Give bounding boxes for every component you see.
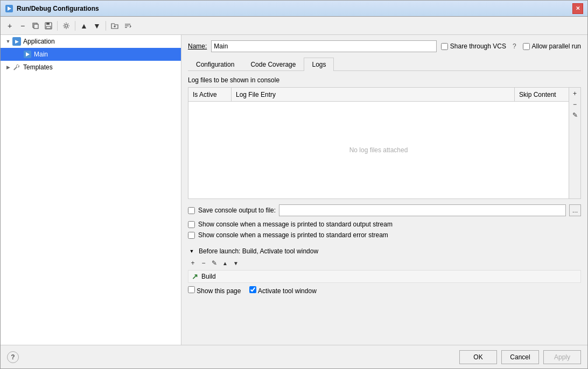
tab-configuration[interactable]: Configuration — [188, 58, 242, 71]
show-output-label: Show console when a message is printed t… — [198, 221, 393, 228]
before-edit-btn[interactable]: ✎ — [209, 258, 219, 268]
expand-application-icon: ▼ — [4, 37, 12, 46]
settings-button[interactable] — [60, 20, 72, 32]
right-panel: Name: Share through VCS ? Allow parallel… — [181, 35, 587, 345]
sort-button[interactable] — [122, 20, 134, 32]
cancel-button[interactable]: Cancel — [501, 350, 539, 364]
apply-button[interactable]: Apply — [543, 350, 581, 364]
tree-item-application[interactable]: ▼ ▶ Application — [1, 35, 181, 48]
name-label: Name: — [188, 42, 207, 50]
toolbar-separator-3 — [106, 21, 106, 31]
parallel-run-label: Allow parallel run — [532, 42, 581, 50]
build-label: Build — [201, 273, 216, 280]
before-add-btn[interactable]: + — [188, 258, 198, 268]
add-config-button[interactable]: + — [4, 20, 16, 32]
help-icon-share: ? — [513, 42, 516, 50]
edit-log-button[interactable]: ✎ — [570, 110, 580, 120]
before-launch-collapse-btn[interactable]: ▼ — [188, 247, 195, 255]
log-section-label: Log files to be shown in console — [188, 76, 581, 84]
copy-config-button[interactable] — [30, 20, 41, 32]
tab-code-coverage[interactable]: Code Coverage — [242, 58, 304, 71]
move-down-button[interactable]: ▼ — [91, 20, 103, 32]
build-item: ↗ Build — [188, 270, 581, 283]
show-output-row: Show console when a message is printed t… — [188, 221, 581, 228]
tree-label-application: Application — [23, 38, 55, 45]
svg-rect-5 — [46, 23, 50, 25]
ok-button[interactable]: OK — [459, 350, 497, 364]
before-remove-btn[interactable]: − — [199, 258, 208, 268]
share-vcs-label: Share through VCS — [450, 42, 506, 50]
log-table-body: No log files attached — [188, 102, 569, 198]
activate-tool-label: Activate tool window — [258, 287, 317, 295]
browse-button[interactable]: … — [569, 204, 581, 216]
tree-item-main[interactable]: Main — [1, 48, 181, 61]
remove-config-button[interactable]: − — [17, 20, 29, 32]
footer-left: ? — [7, 351, 19, 363]
parallel-run-option[interactable]: Allow parallel run — [523, 42, 581, 50]
before-launch-label: Before launch: Build, Activate tool wind… — [199, 247, 318, 255]
share-vcs-option[interactable]: Share through VCS — [441, 42, 506, 50]
svg-rect-6 — [46, 26, 51, 29]
empty-message: No log files attached — [349, 146, 408, 154]
svg-rect-3 — [34, 24, 38, 29]
content-area: ▼ ▶ Application Main ▶ Template — [1, 35, 587, 345]
show-page-option[interactable]: Show this page — [188, 286, 241, 295]
save-config-button[interactable] — [43, 20, 54, 32]
log-table-header: Is Active Log File Entry Skip Content — [188, 88, 569, 102]
save-console-row: Save console output to file: … — [188, 204, 581, 216]
move-up-button[interactable]: ▲ — [78, 20, 90, 32]
save-console-input[interactable] — [279, 204, 566, 216]
show-page-label: Show this page — [197, 287, 241, 295]
toolbar-separator-1 — [57, 21, 58, 31]
dialog-footer: ? OK Cancel Apply — [1, 345, 587, 368]
activate-tool-option[interactable]: Activate tool window — [249, 286, 316, 295]
dialog-window: Run/Debug Configurations ✕ + − ▲ ▼ — [0, 0, 588, 369]
add-log-button[interactable]: + — [570, 89, 580, 98]
log-table-container: Is Active Log File Entry Skip Content No… — [188, 87, 581, 199]
close-button[interactable]: ✕ — [572, 3, 583, 14]
tree-label-templates: Templates — [23, 63, 53, 71]
build-icon: ↗ — [192, 272, 198, 281]
wrench-icon — [12, 63, 21, 72]
before-launch-toolbar: + − ✎ ▲ ▼ — [188, 258, 581, 268]
col-log-file-entry: Log File Entry — [232, 88, 515, 101]
before-up-btn[interactable]: ▲ — [220, 258, 230, 268]
tree-label-main: Main — [34, 51, 48, 58]
show-output-checkbox[interactable] — [188, 221, 195, 228]
log-side-buttons: + − ✎ — [569, 88, 580, 198]
tree-panel: ▼ ▶ Application Main ▶ Template — [1, 35, 181, 345]
title-bar-text: Run/Debug Configurations — [17, 5, 572, 12]
share-options: Share through VCS ? Allow parallel run — [441, 42, 581, 50]
tab-logs[interactable]: Logs — [304, 58, 334, 71]
title-bar-icon — [5, 4, 13, 13]
parallel-run-checkbox[interactable] — [523, 43, 530, 50]
col-skip-content: Skip Content — [515, 88, 569, 101]
expand-templates-icon: ▶ — [4, 63, 12, 72]
remove-log-button[interactable]: − — [570, 100, 580, 109]
show-error-checkbox[interactable] — [188, 232, 195, 239]
title-bar: Run/Debug Configurations ✕ — [1, 1, 587, 17]
save-console-label: Save console output to file: — [198, 207, 276, 214]
help-button[interactable]: ? — [7, 351, 19, 363]
tabs-bar: Configuration Code Coverage Logs — [188, 58, 581, 71]
tree-item-templates[interactable]: ▶ Templates — [1, 61, 181, 74]
show-error-row: Show console when a message is printed t… — [188, 231, 581, 239]
activate-tool-checkbox[interactable] — [249, 286, 256, 293]
folder-button[interactable] — [109, 20, 121, 32]
before-launch-divider: ▼ Before launch: Build, Activate tool wi… — [188, 247, 581, 255]
before-down-btn[interactable]: ▼ — [231, 258, 241, 268]
bottom-options: Show this page Activate tool window — [188, 286, 581, 295]
save-console-checkbox[interactable] — [188, 207, 195, 214]
col-is-active: Is Active — [188, 88, 232, 101]
application-icon: ▶ — [12, 37, 21, 46]
log-table: Is Active Log File Entry Skip Content No… — [188, 88, 569, 198]
share-vcs-checkbox[interactable] — [441, 43, 448, 50]
name-input[interactable] — [211, 40, 437, 52]
toolbar: + − ▲ ▼ — [1, 17, 587, 35]
toolbar-separator-2 — [75, 21, 75, 31]
svg-point-7 — [65, 24, 68, 27]
show-page-checkbox[interactable] — [188, 286, 195, 293]
main-run-icon — [23, 50, 32, 59]
name-row: Name: Share through VCS ? Allow parallel… — [188, 40, 581, 52]
footer-right: OK Cancel Apply — [459, 350, 581, 364]
